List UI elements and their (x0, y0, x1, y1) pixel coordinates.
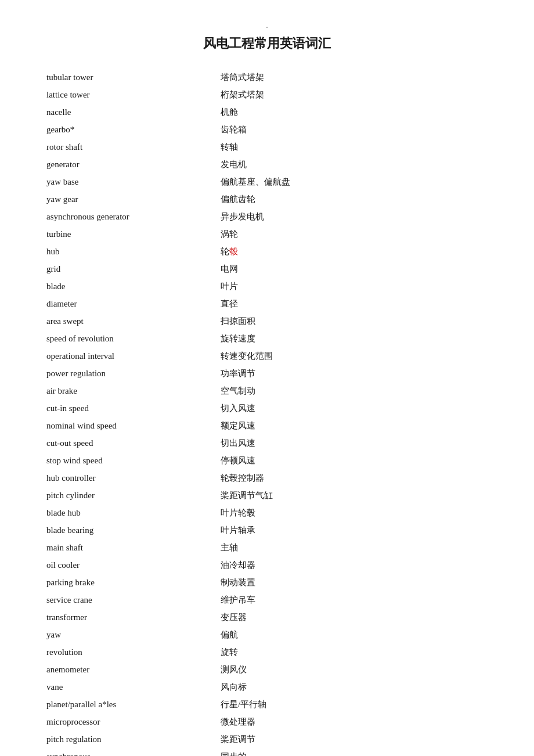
vocab-zh: 偏航齿轮 (221, 190, 488, 208)
vocab-zh: 主轴 (221, 539, 488, 556)
list-item: air brake空气制动 (46, 382, 488, 399)
list-item: pitch regulation桨距调节 (46, 730, 488, 748)
list-item: service crane维护吊车 (46, 591, 488, 609)
page-title: 风电工程常用英语词汇 (46, 35, 488, 52)
vocab-zh: 轮毂 (221, 243, 488, 260)
list-item: asynchronous generator异步发电机 (46, 208, 488, 225)
list-item: rotor shaft转轴 (46, 138, 488, 156)
vocab-zh: 维护吊车 (221, 591, 488, 609)
vocab-en: power regulation (46, 365, 221, 382)
vocab-en: blade (46, 278, 221, 295)
list-item: blade hub叶片轮毂 (46, 504, 488, 521)
vocab-zh: 发电机 (221, 156, 488, 173)
vocab-en: tubular tower (46, 69, 221, 86)
vocab-en: hub (46, 243, 221, 260)
list-item: cut-in speed切入风速 (46, 399, 488, 417)
page-dot-top: · (266, 23, 268, 32)
list-item: yaw偏航 (46, 626, 488, 643)
vocab-zh: 额定风速 (221, 417, 488, 434)
vocab-zh: 机舱 (221, 103, 488, 121)
vocab-zh: 转速变化范围 (221, 347, 488, 365)
list-item: lattice tower桁架式塔架 (46, 86, 488, 103)
vocab-zh: 切入风速 (221, 399, 488, 417)
vocab-zh: 桁架式塔架 (221, 86, 488, 103)
vocab-en: pitch regulation (46, 730, 221, 748)
list-item: revolution旋转 (46, 643, 488, 661)
vocab-en: nacelle (46, 103, 221, 121)
vocab-en: yaw gear (46, 190, 221, 208)
vocab-zh: 停顿风速 (221, 452, 488, 469)
vocab-zh: 直径 (221, 295, 488, 312)
vocab-zh: 旋转 (221, 643, 488, 661)
list-item: nacelle机舱 (46, 103, 488, 121)
vocab-en: main shaft (46, 539, 221, 556)
vocab-zh: 桨距调节气缸 (221, 487, 488, 504)
vocab-en: blade bearing (46, 521, 221, 539)
list-item: nominal wind speed额定风速 (46, 417, 488, 434)
vocab-en: revolution (46, 643, 221, 661)
vocab-en: speed of revolution (46, 330, 221, 347)
vocab-en: air brake (46, 382, 221, 399)
vocab-zh: 偏航 (221, 626, 488, 643)
vocab-zh: 电网 (221, 260, 488, 278)
vocab-en: service crane (46, 591, 221, 609)
list-item: blade叶片 (46, 278, 488, 295)
vocab-en: rotor shaft (46, 138, 221, 156)
list-item: vane风向标 (46, 678, 488, 696)
vocab-zh: 扫掠面积 (221, 312, 488, 330)
vocab-en: oil cooler (46, 556, 221, 574)
vocab-zh: 齿轮箱 (221, 121, 488, 138)
list-item: parking brake制动装置 (46, 574, 488, 591)
vocab-en: diameter (46, 295, 221, 312)
list-item: microprocessor微处理器 (46, 713, 488, 730)
vocab-zh: 行星/平行轴 (221, 696, 488, 713)
vocab-zh: 叶片轴承 (221, 521, 488, 539)
vocab-en: grid (46, 260, 221, 278)
list-item: planet/parallel a*les行星/平行轴 (46, 696, 488, 713)
list-item: operational interval转速变化范围 (46, 347, 488, 365)
vocab-zh: 偏航基座、偏航盘 (221, 173, 488, 190)
vocab-en: yaw (46, 626, 221, 643)
vocab-zh: 叶片 (221, 278, 488, 295)
vocab-en: blade hub (46, 504, 221, 521)
list-item: hub轮毂 (46, 243, 488, 260)
vocab-en: cut-out speed (46, 434, 221, 452)
list-item: yaw gear偏航齿轮 (46, 190, 488, 208)
vocab-en: operational interval (46, 347, 221, 365)
vocab-en: area swept (46, 312, 221, 330)
page: · 风电工程常用英语词汇 tubular tower塔筒式塔架lattice t… (0, 0, 534, 756)
vocab-zh: 异步发电机 (221, 208, 488, 225)
list-item: speed of revolution旋转速度 (46, 330, 488, 347)
list-item: tubular tower塔筒式塔架 (46, 69, 488, 86)
list-item: synchronous同步的 (46, 748, 488, 756)
vocab-en: cut-in speed (46, 399, 221, 417)
list-item: turbine涡轮 (46, 225, 488, 243)
vocab-en: stop wind speed (46, 452, 221, 469)
vocab-en: nominal wind speed (46, 417, 221, 434)
vocab-en: lattice tower (46, 86, 221, 103)
vocab-en: parking brake (46, 574, 221, 591)
vocab-en: generator (46, 156, 221, 173)
vocab-zh: 轮毂控制器 (221, 469, 488, 487)
list-item: area swept扫掠面积 (46, 312, 488, 330)
vocab-zh: 风向标 (221, 678, 488, 696)
vocab-en: pitch cylinder (46, 487, 221, 504)
highlight-char: 毂 (229, 247, 238, 256)
vocab-en: hub controller (46, 469, 221, 487)
vocab-zh: 涡轮 (221, 225, 488, 243)
vocab-table: tubular tower塔筒式塔架lattice tower桁架式塔架nace… (46, 69, 488, 756)
vocab-en: planet/parallel a*les (46, 696, 221, 713)
list-item: gearbo*齿轮箱 (46, 121, 488, 138)
vocab-en: yaw base (46, 173, 221, 190)
list-item: transformer变压器 (46, 609, 488, 626)
list-item: cut-out speed切出风速 (46, 434, 488, 452)
list-item: main shaft主轴 (46, 539, 488, 556)
vocab-zh: 测风仪 (221, 661, 488, 678)
list-item: grid电网 (46, 260, 488, 278)
vocab-en: gearbo* (46, 121, 221, 138)
vocab-zh: 功率调节 (221, 365, 488, 382)
vocab-zh: 微处理器 (221, 713, 488, 730)
vocab-zh: 油冷却器 (221, 556, 488, 574)
vocab-zh: 空气制动 (221, 382, 488, 399)
list-item: hub controller轮毂控制器 (46, 469, 488, 487)
